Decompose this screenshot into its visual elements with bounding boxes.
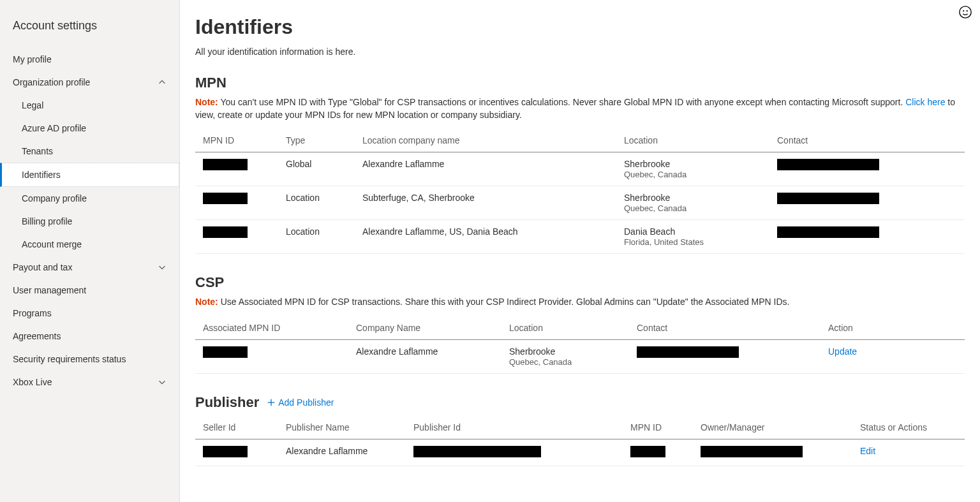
sidebar-item-programs[interactable]: Programs: [0, 302, 179, 325]
sidebar-item-payout-and-tax[interactable]: Payout and tax: [0, 256, 179, 279]
page-subtitle: All your identification information is h…: [195, 47, 965, 57]
pub-header-mpnid: MPN ID: [623, 416, 693, 439]
sidebar: Account settings My profile Organization…: [0, 0, 180, 502]
pub-header-name: Publisher Name: [278, 416, 406, 439]
mpn-header-company: Location company name: [355, 129, 616, 152]
feedback-smiley-icon[interactable]: [958, 5, 972, 21]
mpn-location: Dania BeachFlorida, United States: [616, 220, 769, 254]
sidebar-item-my-profile[interactable]: My profile: [0, 48, 179, 71]
redacted-value: [637, 346, 739, 358]
publisher-header: Publisher Add Publisher: [195, 394, 965, 411]
sidebar-item-company-profile[interactable]: Company profile: [0, 187, 179, 210]
csp-header-company: Company Name: [348, 316, 501, 340]
mpn-section-title: MPN: [195, 75, 965, 91]
redacted-value: [630, 446, 665, 457]
mpn-company: Subterfuge, CA, Sherbrooke: [355, 186, 616, 220]
sidebar-item-azure-ad-profile[interactable]: Azure AD profile: [0, 117, 179, 140]
mpn-type: Location: [278, 186, 355, 220]
sidebar-item-label: Security requirements status: [13, 354, 126, 364]
sidebar-item-identifiers[interactable]: Identifiers: [0, 163, 179, 187]
mpn-section-note: Note: You can't use MPN ID with Type "Gl…: [195, 96, 965, 121]
sidebar-item-security-requirements-status[interactable]: Security requirements status: [0, 348, 179, 371]
table-row: Location Alexandre Laflamme, US, Dania B…: [195, 220, 965, 254]
mpn-click-here-link[interactable]: Click here: [905, 97, 945, 107]
pub-header-owner: Owner/Manager: [693, 416, 852, 439]
table-row: Global Alexandre Laflamme SherbrookeQueb…: [195, 152, 965, 186]
sidebar-title: Account settings: [0, 15, 179, 48]
mpn-table: MPN ID Type Location company name Locati…: [195, 129, 965, 254]
redacted-value: [777, 226, 879, 238]
add-publisher-label: Add Publisher: [278, 397, 334, 408]
csp-section-note: Note: Use Associated MPN ID for CSP tran…: [195, 296, 965, 309]
pub-header-status: Status or Actions: [852, 416, 965, 439]
sidebar-item-tenants[interactable]: Tenants: [0, 140, 179, 163]
sidebar-item-account-merge[interactable]: Account merge: [0, 233, 179, 256]
note-label: Note:: [195, 297, 218, 307]
page-title: Identifiers: [195, 15, 965, 39]
sidebar-item-legal[interactable]: Legal: [0, 94, 179, 117]
sidebar-item-organization-profile[interactable]: Organization profile: [0, 71, 179, 94]
sidebar-item-billing-profile[interactable]: Billing profile: [0, 210, 179, 233]
location-sub: Florida, United States: [624, 237, 704, 247]
csp-section-title: CSP: [195, 274, 965, 291]
pub-name: Alexandre Laflamme: [278, 439, 406, 466]
csp-header-contact: Contact: [629, 316, 820, 340]
location-sub: Quebec, Canada: [624, 170, 687, 179]
mpn-header-contact: Contact: [769, 129, 965, 152]
sidebar-item-label: Payout and tax: [13, 262, 72, 272]
sidebar-item-label: Agreements: [13, 331, 61, 341]
location-main: Sherbrooke: [509, 346, 555, 357]
sidebar-nav: My profile Organization profile Legal Az…: [0, 48, 179, 394]
location-sub: Quebec, Canada: [624, 203, 687, 213]
chevron-down-icon: [158, 378, 167, 387]
redacted-value: [701, 446, 803, 457]
table-row: Location Subterfuge, CA, Sherbrooke Sher…: [195, 186, 965, 220]
sidebar-item-label: Account merge: [22, 239, 82, 249]
csp-table: Associated MPN ID Company Name Location …: [195, 316, 965, 374]
sidebar-item-agreements[interactable]: Agreements: [0, 325, 179, 348]
sidebar-item-label: User management: [13, 285, 86, 295]
pub-header-seller: Seller Id: [195, 416, 278, 439]
redacted-value: [777, 193, 879, 204]
location-main: Sherbrooke: [624, 159, 670, 169]
sidebar-item-label: Tenants: [22, 146, 53, 156]
svg-point-0: [960, 6, 971, 18]
redacted-value: [777, 159, 879, 170]
mpn-header-type: Type: [278, 129, 355, 152]
csp-header-location: Location: [501, 316, 629, 340]
pub-header-pubid: Publisher Id: [406, 416, 623, 439]
sidebar-item-label: Azure AD profile: [22, 123, 86, 133]
sidebar-item-label: My profile: [13, 54, 52, 64]
redacted-value: [203, 446, 248, 457]
note-label: Note:: [195, 97, 218, 107]
redacted-value: [203, 193, 248, 204]
svg-point-2: [967, 11, 967, 11]
redacted-value: [413, 446, 541, 457]
chevron-up-icon: [158, 78, 167, 87]
mpn-header-id: MPN ID: [195, 129, 278, 152]
csp-header-action: Action: [820, 316, 965, 340]
redacted-value: [203, 226, 248, 238]
csp-header-id: Associated MPN ID: [195, 316, 348, 340]
csp-update-link[interactable]: Update: [828, 346, 857, 357]
sidebar-item-label: Xbox Live: [13, 377, 52, 387]
table-row: Alexandre Laflamme Edit: [195, 439, 965, 466]
table-row: Alexandre Laflamme SherbrookeQuebec, Can…: [195, 339, 965, 373]
redacted-value: [203, 159, 248, 170]
mpn-type: Global: [278, 152, 355, 186]
mpn-company: Alexandre Laflamme: [355, 152, 616, 186]
sidebar-item-xbox-live[interactable]: Xbox Live: [0, 371, 179, 394]
sidebar-item-label: Identifiers: [22, 170, 61, 180]
add-publisher-button[interactable]: Add Publisher: [267, 397, 334, 408]
publisher-section-title: Publisher: [195, 394, 259, 411]
mpn-company: Alexandre Laflamme, US, Dania Beach: [355, 220, 616, 254]
plus-icon: [267, 398, 276, 407]
csp-location: SherbrookeQuebec, Canada: [501, 339, 629, 373]
csp-company: Alexandre Laflamme: [348, 339, 501, 373]
sidebar-item-user-management[interactable]: User management: [0, 279, 179, 302]
location-sub: Quebec, Canada: [509, 357, 572, 367]
note-text: Use Associated MPN ID for CSP transactio…: [218, 297, 790, 307]
pub-edit-link[interactable]: Edit: [860, 446, 875, 456]
sidebar-item-label: Legal: [22, 100, 43, 110]
sidebar-item-label: Billing profile: [22, 216, 72, 226]
